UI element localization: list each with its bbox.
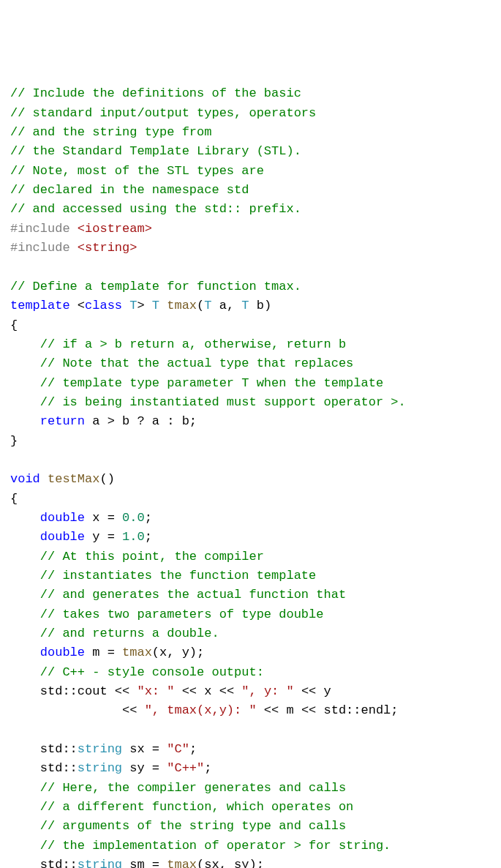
code-comment: // is being instantiated must support op… [40,395,406,409]
code-comment: // and accessed using the std:: prefix. [10,202,301,216]
var-ref-m: m [286,703,293,717]
paren-close: ) [264,299,271,313]
var-sx: sx = [122,742,167,756]
lsh: << [174,684,204,698]
args-xy: (x, y); [152,646,204,659]
type-T: T [204,299,211,313]
code-comment: // and generates the actual function tha… [40,588,346,602]
lsh: << [115,703,145,717]
cout: cout [78,684,108,698]
lsh: << [294,703,324,717]
kw-return: return [40,414,85,428]
scope-op: :: [346,703,361,717]
brace-close: } [10,434,18,448]
kw-double: double [40,511,85,525]
semi: ; [204,761,211,775]
var-x: x = [85,511,122,525]
code-comment: // Note, most of the STL types are [10,164,264,178]
kw-template: template [10,299,70,313]
preproc-include: #include [10,222,70,236]
fn-tmax: tmax [167,299,197,313]
lsh: << [108,684,138,698]
param-a: a [219,299,227,313]
code-comment: // instantiates the function template [40,569,316,583]
brace-open: { [10,318,18,332]
code-comment: // if a > b return a, otherwise, return … [40,337,346,351]
type-string: string [78,761,122,775]
space [122,299,129,313]
var-y: y = [85,530,122,544]
ns-std: std [40,684,63,698]
type-string: string [78,742,122,756]
var-ref-x: x [204,684,211,698]
paren-open: ( [197,299,204,313]
str-y: ", y: " [241,684,293,698]
ns-std: std [40,742,63,756]
include-header: <iostream> [70,222,152,236]
include-header: <string> [70,241,138,255]
space [211,299,219,313]
code-comment: // template type parameter T when the te… [40,376,383,390]
kw-void: void [10,472,40,486]
str-tmax: ", tmax(x,y): " [145,703,257,717]
str-Cpp: "C++" [167,761,204,775]
code-comment: // and returns a double. [40,626,219,640]
var-sm: sm = [122,858,167,868]
args-sxy: (sx, sy); [197,858,264,868]
paren-empty: () [99,472,114,486]
type-T: T [152,299,159,313]
code-comment: // Note that the actual type that replac… [40,356,353,370]
fn-tmax-call: tmax [122,646,152,659]
str-C: "C" [167,742,189,756]
param-b: b [257,299,264,313]
code-block: // Include the definitions of the basic … [10,84,491,868]
num-1: 1.0 [122,530,145,544]
code-comment: // takes two parameters of type double [40,607,324,621]
code-comment: // arguments of the string type and call… [40,819,346,833]
lsh: << [294,684,324,698]
lsh: << [211,684,241,698]
num-0: 0.0 [122,511,145,525]
var-m: m = [85,646,122,659]
type-T: T [241,299,249,313]
var-ref-y: y [324,684,331,698]
space [159,299,167,313]
code-comment: // Include the definitions of the basic [10,86,301,100]
code-comment: // the implementation of operator > for … [40,839,391,853]
space [40,472,48,486]
semi: ; [391,703,398,717]
angle-close: > [137,299,151,313]
fn-testMax: testMax [48,472,99,486]
code-comment: // a different function, which operates … [40,800,353,814]
angle-open: < [70,299,85,313]
scope-op: :: [62,742,77,756]
preproc-include: #include [10,241,70,255]
scope-op: :: [62,684,77,698]
code-comment: // and the string type from [10,125,211,139]
lsh: << [257,703,287,717]
var-sy: sy = [122,761,167,775]
kw-class: class [85,299,122,313]
scope-op: :: [62,858,77,868]
ns-std: std [40,761,63,775]
scope-op: :: [62,761,77,775]
kw-double: double [40,530,85,544]
space [249,299,257,313]
ns-std: std [40,858,63,868]
return-expr: a > b ? a : b; [85,414,197,428]
fn-tmax-call: tmax [167,858,197,868]
semi: ; [189,742,197,756]
comma: , [227,299,241,313]
semi: ; [145,511,152,525]
code-comment: // At this point, the compiler [40,550,264,564]
str-x: "x: " [137,684,174,698]
type-string: string [78,858,122,868]
type-T: T [129,299,137,313]
ns-std: std [324,703,347,717]
kw-double: double [40,646,85,659]
brace-open: { [10,492,18,506]
code-comment: // standard input/output types, operator… [10,106,316,120]
semi: ; [145,530,152,544]
code-comment: // Here, the compiler generates and call… [40,781,346,795]
code-comment: // C++ - style console output: [40,665,264,679]
